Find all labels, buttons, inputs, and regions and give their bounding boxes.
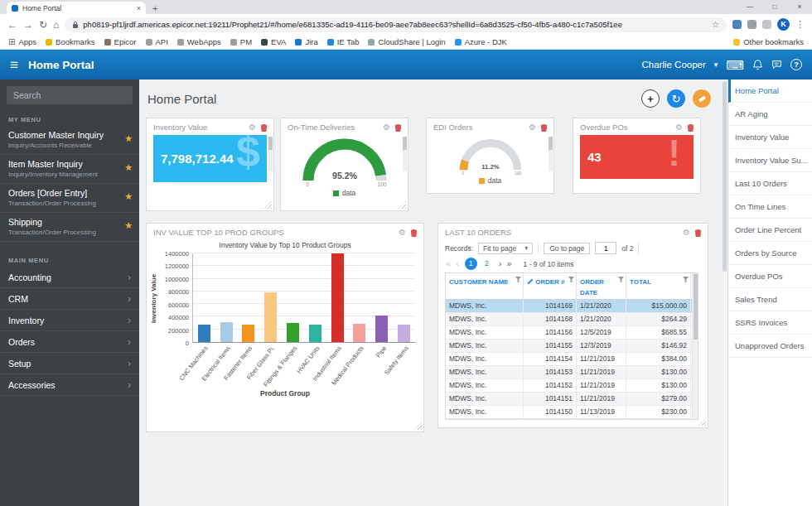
column-header[interactable]: CUSTOMER NAME — [446, 273, 524, 299]
sidebar-my-menu-item[interactable]: Customer Master InquiryInquiry/Accounts … — [0, 126, 139, 155]
table-row[interactable]: MDWS, Inc.101415111/21/2019$279.00 — [446, 393, 698, 406]
table-row[interactable]: MDWS, Inc.10141691/21/2020$15,000.00 — [446, 300, 698, 313]
favorite-star-icon[interactable]: ★ — [124, 220, 133, 231]
chart-bar[interactable] — [220, 322, 233, 342]
page-size-dropdown[interactable]: Fit to page ▾ — [478, 243, 533, 254]
favorite-star-icon[interactable]: ★ — [124, 133, 133, 144]
page-number-input[interactable] — [595, 242, 616, 254]
bookmark-item[interactable]: WebApps — [177, 37, 221, 46]
last-page-icon[interactable]: » — [505, 259, 512, 268]
filter-icon[interactable] — [683, 277, 689, 282]
right-panel-item[interactable]: Last 10 Orders — [728, 172, 812, 195]
column-header[interactable]: ORDER # — [524, 273, 577, 299]
right-panel-item[interactable]: Home Portal — [728, 80, 812, 103]
reload-icon[interactable]: ↻ — [39, 20, 47, 30]
window-maximize-button[interactable]: □ — [762, 0, 787, 14]
sidebar-my-menu-item[interactable]: Orders [Order Entry]Transaction/Order Pr… — [0, 184, 139, 213]
gear-icon[interactable]: ⚙ — [249, 123, 256, 132]
window-minimize-button[interactable]: — — [737, 0, 762, 14]
sidebar-main-menu-item[interactable]: CRM› — [0, 288, 139, 310]
chart-bar[interactable] — [309, 325, 321, 342]
table-row[interactable]: MDWS, Inc.101415512/3/2019$146.92 — [446, 340, 698, 353]
help-icon[interactable]: ? — [790, 59, 802, 70]
right-panel-item[interactable]: AR Aging — [728, 103, 812, 126]
profile-avatar[interactable]: K — [777, 18, 790, 31]
extension-icon[interactable] — [747, 20, 756, 29]
table-row[interactable]: MDWS, Inc.101415311/21/2019$130.00 — [446, 366, 698, 379]
bookmark-item[interactable]: Jira — [295, 37, 317, 46]
sidebar-main-menu-item[interactable]: Accessories› — [0, 374, 139, 396]
right-panel-item[interactable]: SSRS Invoices — [728, 311, 812, 335]
resize-handle[interactable] — [264, 201, 272, 209]
search-input[interactable] — [7, 86, 133, 104]
chart-bar[interactable] — [353, 324, 365, 342]
bookmark-item[interactable]: EVA — [261, 37, 286, 46]
new-tab-button[interactable]: + — [152, 3, 157, 14]
bookmark-star-icon[interactable]: ☆ — [712, 20, 719, 29]
next-page-icon[interactable]: › — [498, 259, 503, 268]
bookmark-item[interactable]: CloudShare | Login — [368, 37, 445, 46]
notifications-bell-icon[interactable] — [752, 60, 763, 70]
table-row[interactable]: MDWS, Inc.101415411/21/2019$384.00 — [446, 353, 698, 366]
extension-icon[interactable] — [732, 20, 742, 29]
sidebar-main-menu-item[interactable]: Orders› — [0, 331, 139, 353]
gear-icon[interactable]: ⚙ — [529, 123, 536, 132]
column-header[interactable]: ORDER DATE — [577, 273, 626, 299]
widget-scrollbar[interactable] — [268, 137, 273, 171]
previous-page-icon[interactable]: ‹ — [455, 259, 460, 268]
clear-button[interactable] — [693, 89, 711, 108]
gear-icon[interactable]: ⚙ — [675, 123, 683, 132]
chart-bar[interactable] — [398, 325, 410, 342]
other-bookmarks[interactable]: Other bookmarks — [733, 37, 804, 46]
right-panel-item[interactable]: Overdue POs — [728, 265, 812, 288]
user-menu[interactable]: Charlie Cooper — [641, 60, 705, 70]
resize-handle[interactable] — [399, 201, 406, 209]
sidebar-main-menu-item[interactable]: Accounting› — [0, 267, 139, 288]
forward-icon[interactable]: → — [23, 20, 33, 30]
trash-icon[interactable] — [260, 123, 268, 132]
resize-handle[interactable] — [698, 418, 706, 426]
chart-bar[interactable] — [287, 323, 299, 342]
right-panel-item[interactable]: On Time Lines — [728, 195, 812, 219]
gear-icon[interactable]: ⚙ — [683, 229, 690, 237]
chart-bar[interactable] — [242, 325, 254, 342]
filter-icon[interactable] — [568, 277, 574, 282]
sidebar-main-menu-item[interactable]: Setup› — [0, 353, 139, 374]
filter-icon[interactable] — [515, 277, 521, 282]
browser-menu-icon[interactable]: ⋮ — [795, 19, 805, 30]
address-bar[interactable]: ph0819-pf1ljrdf.americas.epicor.net:1921… — [65, 17, 727, 32]
right-panel-item[interactable]: Sales Trend — [728, 288, 812, 311]
bookmark-item[interactable]: IE Tab — [327, 37, 360, 46]
right-panel-item[interactable]: Inventory Value Su... — [728, 149, 812, 172]
trash-icon[interactable] — [540, 123, 548, 132]
column-header[interactable]: TOTAL — [626, 273, 691, 299]
right-panel-item[interactable]: Order Line Percent — [728, 219, 812, 242]
right-panel-item[interactable]: Orders by Source — [728, 242, 812, 265]
hamburger-menu-icon[interactable]: ≡ — [10, 58, 18, 72]
back-icon[interactable]: ← — [7, 20, 17, 30]
right-panel-item[interactable]: Inventory Value — [728, 126, 812, 149]
extension-icon[interactable] — [762, 20, 771, 29]
trash-icon[interactable] — [394, 123, 402, 132]
resize-handle[interactable] — [414, 422, 422, 430]
favorite-star-icon[interactable]: ★ — [124, 162, 133, 173]
widget-scrollbar[interactable] — [549, 137, 553, 171]
filter-icon[interactable] — [618, 277, 624, 282]
trash-icon[interactable] — [687, 123, 694, 132]
bookmark-item[interactable]: Epicor — [104, 37, 137, 46]
window-close-button[interactable]: × — [787, 0, 812, 14]
tab-close-icon[interactable]: × — [137, 4, 141, 12]
first-page-icon[interactable]: « — [445, 259, 452, 268]
home-icon[interactable]: ⌂ — [53, 20, 59, 30]
gear-icon[interactable]: ⚙ — [383, 123, 390, 132]
page-button[interactable]: 2 — [481, 258, 493, 270]
add-widget-button[interactable]: + — [641, 89, 660, 108]
go-to-page-button[interactable]: Go to page — [544, 243, 590, 254]
grid-scrollbar[interactable] — [692, 273, 698, 419]
sidebar-my-menu-item[interactable]: Item Master InquiryInquiry/Inventory Man… — [0, 155, 139, 184]
chart-bar[interactable] — [375, 316, 388, 342]
table-row[interactable]: MDWS, Inc.101415211/21/2019$130.00 — [446, 379, 698, 393]
bookmark-item[interactable]: Bookmarks — [46, 37, 95, 46]
trash-icon[interactable] — [694, 229, 702, 237]
favorite-star-icon[interactable]: ★ — [124, 191, 133, 202]
